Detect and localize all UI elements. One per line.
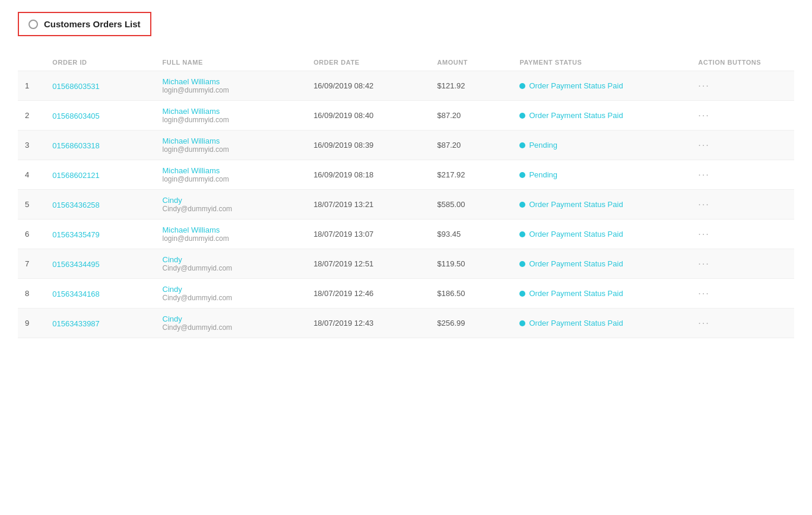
order-id-link[interactable]: 01563436258	[52, 201, 100, 209]
table-row: 201568603405Michael Williamslogin@dummyi…	[18, 101, 794, 131]
row-number: 2	[18, 101, 45, 131]
customer-name-cell: Michael Williamslogin@dummyid.com	[156, 160, 307, 190]
status-label: Pending	[529, 170, 557, 179]
title-circle-icon	[28, 20, 38, 29]
amount-cell: $217.92	[430, 160, 512, 190]
paid-status-icon	[519, 202, 525, 208]
order-id-cell: 01563436258	[45, 190, 155, 220]
amount-cell: $186.50	[430, 279, 512, 309]
more-actions-button[interactable]: ···	[698, 259, 709, 269]
order-date-cell: 18/07/2019 13:21	[306, 190, 430, 220]
pending-status-icon	[519, 142, 525, 148]
order-date-cell: 16/09/2019 08:40	[306, 101, 430, 131]
status-label: Order Payment Status Paid	[529, 319, 623, 328]
customer-name-cell: Michael Williamslogin@dummyid.com	[156, 131, 307, 160]
customer-email: Cindy@dummyid.com	[163, 205, 300, 213]
more-actions-button[interactable]: ···	[698, 81, 709, 91]
row-number: 8	[18, 279, 45, 309]
customer-email: login@dummyid.com	[163, 86, 300, 94]
order-id-link[interactable]: 01568602121	[52, 171, 100, 180]
amount-cell: $87.20	[430, 101, 512, 131]
order-date-cell: 16/09/2019 08:18	[306, 160, 430, 190]
customer-email: login@dummyid.com	[163, 234, 300, 243]
order-id-cell: 01568603405	[45, 101, 155, 131]
customer-name-cell: CindyCindy@dummyid.com	[156, 309, 307, 338]
col-header-payment-status: PAYMENT STATUS	[512, 54, 691, 71]
more-actions-button[interactable]: ···	[698, 288, 709, 298]
table-row: 601563435479Michael Williamslogin@dummyi…	[18, 220, 794, 249]
customer-name: Cindy	[163, 314, 300, 323]
amount-cell: $93.45	[430, 220, 512, 249]
more-actions-button[interactable]: ···	[698, 170, 709, 180]
amount-cell: $119.50	[430, 249, 512, 279]
payment-status-cell: Order Payment Status Paid	[512, 220, 691, 249]
more-actions-button[interactable]: ···	[698, 199, 709, 209]
paid-status-icon	[519, 291, 525, 297]
col-header-amount: AMOUNT	[430, 54, 512, 71]
table-header-row: ORDER ID FULL NAME ORDER DATE AMOUNT PAY…	[18, 54, 794, 71]
order-id-cell: 01563435479	[45, 220, 155, 249]
table-row: 301568603318Michael Williamslogin@dummyi…	[18, 131, 794, 160]
row-number: 9	[18, 309, 45, 338]
table-row: 901563433987CindyCindy@dummyid.com18/07/…	[18, 309, 794, 338]
action-cell: ···	[691, 131, 794, 160]
paid-status-icon	[519, 320, 525, 326]
action-cell: ···	[691, 71, 794, 101]
col-header-action-buttons: ACTION BUTTONS	[691, 54, 794, 71]
status-label: Order Payment Status Paid	[529, 111, 623, 120]
order-date-cell: 16/09/2019 08:39	[306, 131, 430, 160]
order-id-link[interactable]: 01563434168	[52, 290, 100, 298]
order-date-cell: 16/09/2019 08:42	[306, 71, 430, 101]
customer-email: Cindy@dummyid.com	[163, 264, 300, 272]
payment-status-cell: Order Payment Status Paid	[512, 309, 691, 338]
payment-status-cell: Order Payment Status Paid	[512, 249, 691, 279]
customer-name: Cindy	[163, 255, 300, 264]
title-box: Customers Orders List	[18, 12, 151, 36]
order-id-link[interactable]: 01568603318	[52, 141, 100, 150]
col-header-order-date: ORDER DATE	[306, 54, 430, 71]
table-row: 501563436258CindyCindy@dummyid.com18/07/…	[18, 190, 794, 220]
order-id-link[interactable]: 01568603531	[52, 82, 100, 91]
order-date-cell: 18/07/2019 12:46	[306, 279, 430, 309]
status-label: Order Payment Status Paid	[529, 230, 623, 239]
table-row: 401568602121Michael Williamslogin@dummyi…	[18, 160, 794, 190]
row-number: 5	[18, 190, 45, 220]
action-cell: ···	[691, 309, 794, 338]
customer-name: Michael Williams	[163, 136, 300, 145]
amount-cell: $256.99	[430, 309, 512, 338]
customer-name-cell: Michael Williamslogin@dummyid.com	[156, 101, 307, 131]
row-number: 1	[18, 71, 45, 101]
row-number: 6	[18, 220, 45, 249]
row-number: 7	[18, 249, 45, 279]
order-date-cell: 18/07/2019 12:43	[306, 309, 430, 338]
customer-email: login@dummyid.com	[163, 116, 300, 124]
paid-status-icon	[519, 231, 525, 237]
row-number: 4	[18, 160, 45, 190]
order-id-link[interactable]: 01568603405	[52, 112, 100, 120]
order-id-link[interactable]: 01563435479	[52, 230, 100, 239]
more-actions-button[interactable]: ···	[698, 318, 709, 328]
payment-status-cell: Order Payment Status Paid	[512, 101, 691, 131]
payment-status-cell: Order Payment Status Paid	[512, 190, 691, 220]
status-label: Order Payment Status Paid	[529, 81, 623, 90]
customer-name: Michael Williams	[163, 77, 300, 86]
customer-email: Cindy@dummyid.com	[163, 323, 300, 332]
customer-name-cell: CindyCindy@dummyid.com	[156, 190, 307, 220]
order-id-cell: 01568603318	[45, 131, 155, 160]
more-actions-button[interactable]: ···	[698, 140, 709, 150]
customer-name-cell: CindyCindy@dummyid.com	[156, 249, 307, 279]
order-id-cell: 01568602121	[45, 160, 155, 190]
payment-status-cell: Order Payment Status Paid	[512, 71, 691, 101]
order-id-link[interactable]: 01563433987	[52, 319, 100, 328]
order-id-link[interactable]: 01563434495	[52, 260, 100, 269]
status-label: Pending	[529, 141, 557, 150]
order-date-cell: 18/07/2019 12:51	[306, 249, 430, 279]
more-actions-button[interactable]: ···	[698, 110, 709, 120]
customer-email: login@dummyid.com	[163, 145, 300, 154]
customer-name-cell: Michael Williamslogin@dummyid.com	[156, 71, 307, 101]
status-label: Order Payment Status Paid	[529, 259, 623, 268]
more-actions-button[interactable]: ···	[698, 229, 709, 239]
customer-name: Michael Williams	[163, 166, 300, 175]
row-number: 3	[18, 131, 45, 160]
customer-name: Michael Williams	[163, 107, 300, 116]
